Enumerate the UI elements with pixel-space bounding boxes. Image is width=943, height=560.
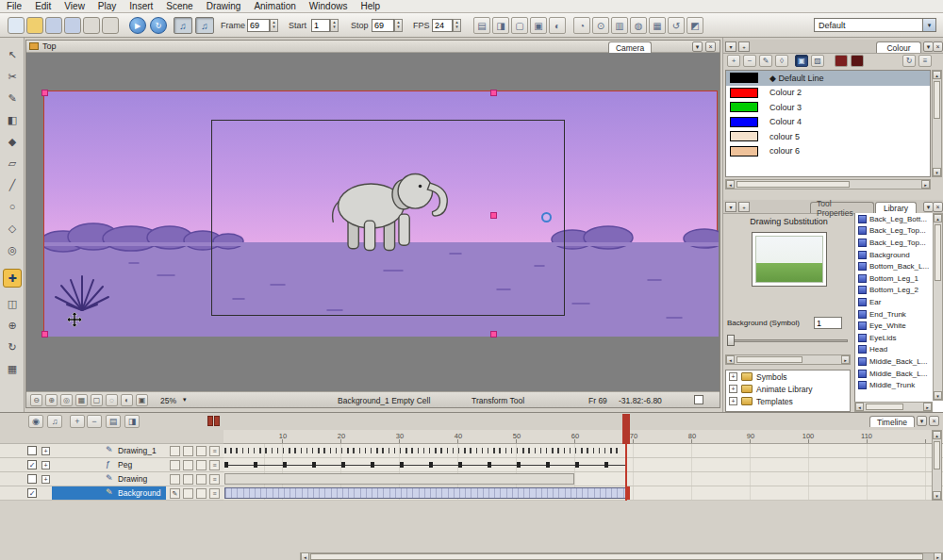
library-item[interactable]: Middle_Trunk (855, 379, 943, 391)
scroll-down-icon[interactable]: ▾ (933, 491, 941, 500)
layer-row-background[interactable]: ✓ ✎Background ✎ ≡ (0, 486, 223, 501)
start-input[interactable] (311, 19, 330, 32)
cutter-tool[interactable]: ✂ (3, 67, 22, 86)
tab-tool-properties[interactable]: Tool Properties (810, 202, 874, 213)
spin-down-icon[interactable]: ▾ (333, 24, 336, 29)
timeline-hscrollbar[interactable]: ◂ ▸ (300, 552, 943, 560)
colour-row[interactable]: colour 5 (726, 129, 930, 144)
add-drawing-layer-button[interactable]: ▤ (106, 415, 121, 428)
scene-settings-button[interactable]: ▣ (530, 17, 547, 34)
tab-library[interactable]: Library (875, 202, 917, 213)
gradient-mode-button[interactable]: ▨ (811, 55, 824, 67)
stop-input[interactable] (372, 19, 394, 32)
outline-mode-button[interactable]: ◌ (106, 394, 118, 406)
safe-area-button[interactable]: ▥ (611, 17, 628, 34)
safe-area-button[interactable]: ▢ (91, 394, 103, 406)
paint-colour-a-button[interactable] (835, 55, 848, 67)
library-item[interactable]: Back_Leg_Bott... (855, 213, 943, 225)
close-panel-button[interactable]: × (933, 41, 943, 52)
paint-colour-b-button[interactable] (851, 55, 864, 67)
panel-menu-button[interactable]: ▾ (917, 416, 927, 426)
ellipse-tool[interactable]: ○ (3, 197, 22, 216)
scroll-right-icon[interactable]: ▸ (841, 355, 850, 364)
colour-row[interactable]: Colour 3 (726, 100, 930, 115)
loop-button[interactable]: ↻ (150, 17, 167, 34)
handle-bottom-left[interactable] (41, 331, 48, 338)
onion-skin-start-marker[interactable] (207, 416, 213, 426)
reset-view-button[interactable]: ◎ (60, 394, 73, 406)
preview-hscrollbar[interactable]: ◂ ▸ (725, 354, 851, 365)
colour-hscrollbar[interactable]: ◂ ▸ (725, 179, 931, 189)
layer-name[interactable]: Drawing_1 (118, 446, 157, 455)
save-all-button[interactable] (64, 17, 81, 34)
rotate-view-tool[interactable]: ↻ (3, 338, 22, 356)
top-view-button[interactable]: ◩ (687, 17, 703, 34)
scene-artwork[interactable] (43, 91, 718, 336)
symbol-frame-input[interactable] (814, 317, 842, 329)
layer-solo-icon[interactable] (196, 474, 207, 485)
fps-spinner[interactable]: ▴▾ (453, 19, 461, 32)
scroll-right-icon[interactable]: ▸ (921, 180, 930, 189)
rotate-view-button[interactable]: ↺ (668, 17, 685, 34)
add-colour-button[interactable]: + (727, 55, 740, 67)
layer-enable-checkbox[interactable] (27, 474, 37, 484)
workspace-dropdown[interactable]: Default ▾ (814, 18, 936, 32)
layer-onion-icon[interactable] (183, 474, 193, 485)
new-scene-button[interactable] (8, 17, 25, 34)
zoom-tool[interactable]: ⊕ (3, 316, 22, 335)
menu-animation[interactable]: Animation (247, 0, 302, 13)
expand-icon[interactable]: + (729, 385, 737, 393)
swatch-mode-button[interactable]: ▣ (795, 55, 808, 67)
layer-lock-icon[interactable] (170, 474, 180, 485)
onion-skin-tool[interactable]: ▦ (3, 359, 22, 378)
scroll-left-icon[interactable]: ◂ (726, 180, 735, 189)
start-spinner[interactable]: ▴▾ (330, 19, 339, 32)
layer-solo-icon[interactable] (196, 488, 207, 499)
paint-tool[interactable]: ◧ (3, 110, 22, 129)
substitution-slider-thumb[interactable] (727, 335, 735, 346)
layer-lock-icon[interactable] (170, 446, 180, 456)
tab-camera[interactable]: Camera (608, 41, 652, 53)
edit-colour-button[interactable]: ✎ (759, 55, 772, 67)
handle-center[interactable] (490, 212, 497, 219)
add-drawing-layer-button[interactable]: ▤ (473, 17, 490, 34)
expand-icon[interactable]: + (41, 447, 50, 455)
show-grid-button[interactable]: ▦ (75, 394, 88, 406)
spin-down-icon[interactable]: ▾ (273, 24, 275, 29)
playhead-marker[interactable] (622, 414, 630, 444)
scroll-right-icon[interactable]: ▸ (923, 403, 932, 411)
close-panel-button[interactable]: × (705, 41, 716, 52)
open-scene-button[interactable] (26, 17, 43, 34)
zoom-out-button[interactable]: ⊖ (30, 394, 42, 406)
add-camera-button[interactable]: ▢ (511, 17, 528, 34)
colour-row[interactable]: Colour 4 (726, 115, 930, 130)
scroll-thumb[interactable] (310, 553, 923, 560)
colour-swatch[interactable] (730, 146, 758, 156)
status-checkbox[interactable] (694, 395, 703, 404)
layer-enable-checkbox[interactable]: ✓ (27, 460, 37, 469)
brush-tool[interactable]: ◆ (3, 132, 22, 151)
library-item[interactable]: Middle_Back_L... (855, 368, 943, 380)
chevron-down-icon[interactable]: ▾ (922, 19, 935, 31)
layer-onion-icon[interactable] (183, 460, 193, 470)
zoom-level[interactable]: 25% (160, 396, 176, 405)
library-item[interactable]: End_Trunk (855, 308, 943, 321)
scroll-left-icon[interactable]: ◂ (855, 403, 864, 411)
colour-swatch[interactable] (730, 73, 758, 83)
tree-item-templates[interactable]: + Templates (726, 395, 850, 407)
pencil-tool[interactable]: ╱ (3, 175, 22, 194)
colour-swatch[interactable] (730, 117, 758, 127)
expand-icon[interactable]: + (41, 461, 50, 469)
panel-pin-icon[interactable]: + (738, 202, 750, 212)
frame-spinner[interactable]: ▴▾ (270, 19, 278, 32)
library-item[interactable]: Eye_White (855, 320, 943, 332)
scroll-thumb[interactable] (736, 356, 802, 363)
timeline-track-area[interactable] (223, 444, 943, 501)
layer-list-icon[interactable]: ≡ (209, 474, 220, 485)
add-peg-button[interactable]: ◨ (124, 415, 140, 428)
grid-button[interactable]: ▦ (649, 17, 666, 34)
library-item[interactable]: Bottom_Leg_2 (855, 285, 943, 297)
library-item[interactable]: EyeLids (855, 332, 943, 344)
scroll-down-icon[interactable]: ▾ (933, 168, 941, 176)
layer-row-drawing[interactable]: + ✎Drawing ≡ (0, 472, 223, 486)
